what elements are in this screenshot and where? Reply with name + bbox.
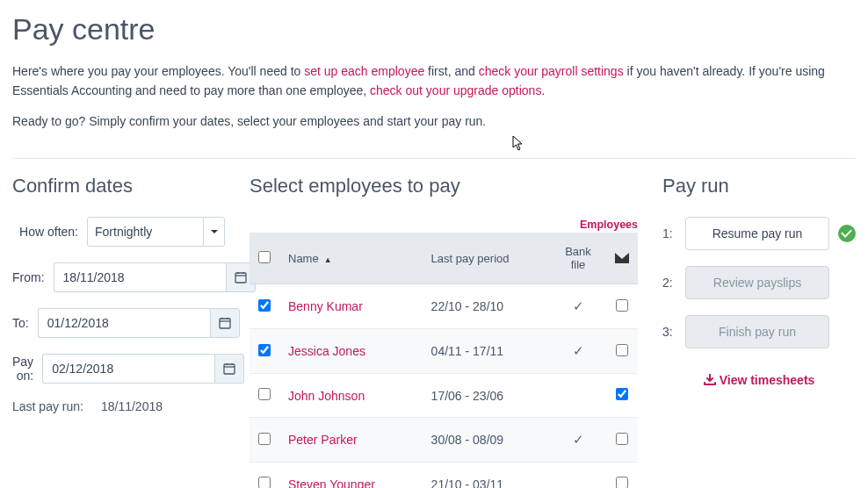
pay-run-heading: Pay run bbox=[662, 175, 856, 197]
table-row: Steven Younger21/10 - 03/11 bbox=[250, 463, 638, 488]
employees-link[interactable]: Employees bbox=[580, 219, 638, 231]
view-timesheets-link[interactable]: View timesheets bbox=[704, 373, 815, 387]
row-checkbox[interactable] bbox=[258, 299, 271, 312]
download-icon bbox=[704, 374, 716, 385]
ready-paragraph: Ready to go? Simply confirm your dates, … bbox=[12, 112, 856, 132]
payroll-settings-link[interactable]: check your payroll settings bbox=[479, 64, 624, 78]
calendar-icon[interactable] bbox=[210, 308, 240, 338]
last-pay-period: 30/08 - 08/09 bbox=[417, 418, 550, 463]
table-row: Jessica Jones04/11 - 17/11✓ bbox=[250, 329, 638, 374]
row-checkbox[interactable] bbox=[258, 344, 271, 356]
to-date-input[interactable] bbox=[38, 308, 210, 338]
employee-name-link[interactable]: Peter Parker bbox=[288, 433, 358, 447]
check-icon: ✓ bbox=[573, 298, 584, 313]
row-checkbox[interactable] bbox=[258, 388, 271, 400]
step-3-label: 3: bbox=[662, 325, 676, 339]
col-bank-header[interactable]: Bank file bbox=[550, 233, 606, 284]
to-label: To: bbox=[12, 316, 38, 330]
employee-name-link[interactable]: Benny Kumar bbox=[288, 299, 363, 313]
last-pay-period: 17/06 - 23/06 bbox=[417, 374, 550, 418]
setup-employee-link[interactable]: set up each employee bbox=[304, 64, 424, 78]
last-pay-period: 04/11 - 17/11 bbox=[417, 329, 550, 374]
review-payslips-button[interactable]: Review payslips bbox=[685, 266, 829, 299]
from-date-input[interactable] bbox=[54, 262, 226, 292]
svg-rect-0 bbox=[235, 273, 246, 283]
row-checkbox[interactable] bbox=[258, 477, 271, 488]
upgrade-options-link[interactable]: check out your upgrade options bbox=[370, 83, 541, 97]
table-row: Peter Parker30/08 - 08/09✓ bbox=[250, 418, 638, 463]
employee-name-link[interactable]: Jessica Jones bbox=[288, 344, 365, 358]
select-all-checkbox[interactable] bbox=[258, 251, 271, 263]
col-period-header[interactable]: Last pay period bbox=[417, 233, 550, 284]
check-icon: ✓ bbox=[573, 343, 584, 358]
how-often-select[interactable]: Fortnightly bbox=[87, 217, 225, 247]
col-email-header[interactable] bbox=[606, 233, 638, 284]
divider bbox=[12, 158, 856, 159]
email-checkbox[interactable] bbox=[616, 477, 628, 488]
table-row: John Johnson17/06 - 23/06 bbox=[250, 374, 638, 418]
employee-name-link[interactable]: Steven Younger bbox=[288, 477, 375, 488]
confirm-dates-heading: Confirm dates bbox=[12, 175, 225, 197]
pay-on-date-input[interactable] bbox=[42, 354, 214, 384]
col-name-header[interactable]: Name▲ bbox=[279, 233, 417, 284]
intro-paragraph: Here's where you pay your employees. You… bbox=[12, 62, 856, 100]
cursor-icon bbox=[512, 135, 524, 151]
last-pay-period: 22/10 - 28/10 bbox=[417, 284, 550, 329]
page-title: Pay centre bbox=[12, 12, 856, 47]
calendar-icon[interactable] bbox=[214, 354, 244, 384]
email-checkbox[interactable] bbox=[616, 433, 628, 445]
email-checkbox[interactable] bbox=[616, 299, 628, 312]
pay-on-label: Pay on: bbox=[12, 355, 42, 383]
svg-rect-4 bbox=[220, 319, 230, 328]
envelope-icon bbox=[615, 253, 629, 263]
last-run-label: Last pay run: bbox=[12, 399, 83, 413]
table-row: Benny Kumar22/10 - 28/10✓ bbox=[250, 284, 638, 329]
check-icon: ✓ bbox=[573, 432, 584, 447]
resume-pay-run-button[interactable]: Resume pay run bbox=[685, 217, 829, 250]
last-pay-period: 21/10 - 03/11 bbox=[417, 463, 550, 488]
check-circle-icon bbox=[838, 225, 856, 242]
last-run-value: 18/11/2018 bbox=[101, 399, 163, 413]
email-checkbox[interactable] bbox=[616, 344, 628, 356]
how-often-label: How often: bbox=[12, 225, 87, 239]
sort-asc-icon: ▲ bbox=[324, 255, 332, 264]
from-label: From: bbox=[12, 270, 54, 284]
email-checkbox[interactable] bbox=[616, 388, 628, 400]
step-2-label: 2: bbox=[662, 276, 676, 290]
row-checkbox[interactable] bbox=[258, 433, 271, 445]
employee-name-link[interactable]: John Johnson bbox=[288, 389, 365, 403]
svg-rect-8 bbox=[224, 364, 235, 374]
finish-pay-run-button[interactable]: Finish pay run bbox=[685, 315, 829, 348]
employees-table: Name▲ Last pay period Bank file Benny Ku… bbox=[250, 233, 638, 488]
select-employees-heading: Select employees to pay bbox=[250, 175, 638, 197]
step-1-label: 1: bbox=[662, 226, 676, 240]
